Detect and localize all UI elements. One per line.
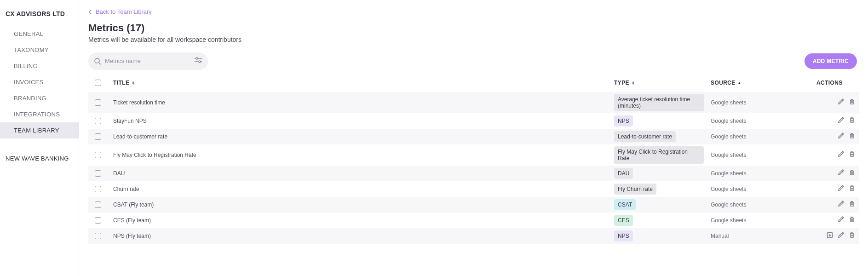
filter-icon[interactable] <box>194 57 202 65</box>
download-icon[interactable] <box>827 232 833 240</box>
col-title[interactable]: TITLE ▲▼ <box>113 80 614 86</box>
row-checkbox[interactable] <box>95 133 101 140</box>
col-actions-label: ACTIONS <box>816 80 843 86</box>
edit-icon[interactable] <box>838 151 844 159</box>
search-input[interactable] <box>104 57 190 65</box>
metric-source: Google sheets <box>711 133 816 140</box>
delete-icon[interactable] <box>849 117 855 125</box>
table-row: NPS (Fly team)NPSManual <box>88 228 859 244</box>
sidebar-item-invoices[interactable]: INVOICES <box>0 74 79 90</box>
delete-icon[interactable] <box>849 185 855 193</box>
metric-source: Manual <box>711 233 816 239</box>
metric-title: Fly May Click to Registration Rate <box>113 152 614 158</box>
delete-icon[interactable] <box>849 151 855 159</box>
type-chip: Fly May Click to Registration Rate <box>614 146 704 164</box>
metric-source: Google sheets <box>711 152 816 158</box>
type-chip: NPS <box>614 115 633 126</box>
table-header: TITLE ▲▼ TYPE ▲▼ SOURCE ▲ ACTIONS <box>88 76 859 92</box>
table-row: Churn rateFly Churn rateGoogle sheets <box>88 181 859 197</box>
row-checkbox[interactable] <box>95 201 101 208</box>
row-actions <box>816 132 855 140</box>
row-actions <box>816 185 855 193</box>
table-row: Ticket resolution timeAverage ticket res… <box>88 92 859 113</box>
type-chip: NPS <box>614 230 633 242</box>
sidebar-item-team-library[interactable]: TEAM LIBRARY <box>0 122 79 138</box>
type-chip: CES <box>614 215 633 226</box>
sort-icon: ▲▼ <box>632 80 635 85</box>
edit-icon[interactable] <box>838 169 844 177</box>
sidebar-item-branding[interactable]: BRANDING <box>0 90 79 106</box>
table-row: CES (Fly team)CESGoogle sheets <box>88 213 859 228</box>
row-checkbox[interactable] <box>95 152 101 158</box>
sidebar-item-general[interactable]: GENERAL <box>0 26 79 42</box>
edit-icon[interactable] <box>838 185 844 193</box>
col-actions: ACTIONS <box>816 80 855 86</box>
table-row: Fly May Click to Registration RateFly Ma… <box>88 144 859 166</box>
delete-icon[interactable] <box>849 232 855 240</box>
sidebar-item-billing[interactable]: BILLING <box>0 58 79 74</box>
metric-source: Google sheets <box>711 170 816 177</box>
svg-point-0 <box>95 58 99 63</box>
edit-icon[interactable] <box>838 117 844 125</box>
edit-icon[interactable] <box>838 132 844 140</box>
main-content: Back to Team Library Metrics (17) Metric… <box>79 0 868 276</box>
type-chip: Average ticket resolution time (minutes) <box>614 94 704 111</box>
row-actions <box>816 216 855 224</box>
sort-asc-icon: ▲ <box>738 81 741 84</box>
sidebar-item-taxonomy[interactable]: TAXONOMY <box>0 42 79 58</box>
metric-title: Churn rate <box>113 186 614 192</box>
search-icon <box>94 58 101 65</box>
metric-title: Lead-to-customer rate <box>113 133 614 140</box>
col-type-label: TYPE <box>614 80 629 86</box>
edit-icon[interactable] <box>838 216 844 224</box>
delete-icon[interactable] <box>849 132 855 140</box>
type-chip: Lead-to-customer rate <box>614 131 676 142</box>
sidebar-item-new-wave-banking[interactable]: NEW WAVE BANKING <box>0 150 79 167</box>
row-actions <box>816 201 855 208</box>
row-checkbox[interactable] <box>95 233 101 239</box>
col-title-label: TITLE <box>113 80 129 86</box>
col-source[interactable]: SOURCE ▲ <box>711 80 816 86</box>
table-row: DAUDAUGoogle sheets <box>88 166 859 181</box>
table-row: StayFun NPSNPSGoogle sheets <box>88 113 859 129</box>
svg-point-5 <box>199 61 201 63</box>
edit-icon[interactable] <box>838 232 844 240</box>
metric-title: DAU <box>113 170 614 177</box>
delete-icon[interactable] <box>849 98 855 106</box>
add-metric-button[interactable]: ADD METRIC <box>805 53 857 69</box>
metric-title: NPS (Fly team) <box>113 233 614 239</box>
edit-icon[interactable] <box>838 98 844 106</box>
type-chip: CSAT <box>614 199 636 210</box>
delete-icon[interactable] <box>849 201 855 208</box>
back-link-label: Back to Team Library <box>96 8 152 15</box>
nav-primary: GENERAL TAXONOMY BILLING INVOICES BRANDI… <box>0 26 79 138</box>
row-actions <box>816 117 855 125</box>
metric-title: StayFun NPS <box>113 118 614 124</box>
chevron-left-icon <box>88 10 93 14</box>
select-all-checkbox[interactable] <box>95 80 101 86</box>
row-checkbox[interactable] <box>95 99 101 106</box>
page-title: Metrics (17) <box>88 22 859 34</box>
page-subtitle: Metrics will be available for all worksp… <box>88 36 859 43</box>
row-checkbox[interactable] <box>95 118 101 124</box>
nav-secondary: NEW WAVE BANKING <box>0 150 79 167</box>
row-checkbox[interactable] <box>95 170 101 177</box>
metric-source: Google sheets <box>711 99 816 106</box>
metric-source: Google sheets <box>711 201 816 208</box>
org-title: CX ADVISORS LTD <box>0 7 79 26</box>
edit-icon[interactable] <box>838 201 844 208</box>
row-checkbox[interactable] <box>95 186 101 192</box>
delete-icon[interactable] <box>849 216 855 224</box>
sidebar-item-integrations[interactable]: INTEGRATIONS <box>0 106 79 122</box>
row-checkbox[interactable] <box>95 217 101 224</box>
metric-title: CSAT (Fly team) <box>113 201 614 208</box>
delete-icon[interactable] <box>849 169 855 177</box>
metric-source: Google sheets <box>711 186 816 192</box>
table-row: Lead-to-customer rateLead-to-customer ra… <box>88 129 859 144</box>
metrics-table: TITLE ▲▼ TYPE ▲▼ SOURCE ▲ ACTIONS Ticket… <box>88 76 859 244</box>
metric-title: CES (Fly team) <box>113 217 614 224</box>
table-row: CSAT (Fly team)CSATGoogle sheets <box>88 197 859 213</box>
col-type[interactable]: TYPE ▲▼ <box>614 80 711 86</box>
back-link[interactable]: Back to Team Library <box>88 8 152 15</box>
metric-source: Google sheets <box>711 217 816 224</box>
